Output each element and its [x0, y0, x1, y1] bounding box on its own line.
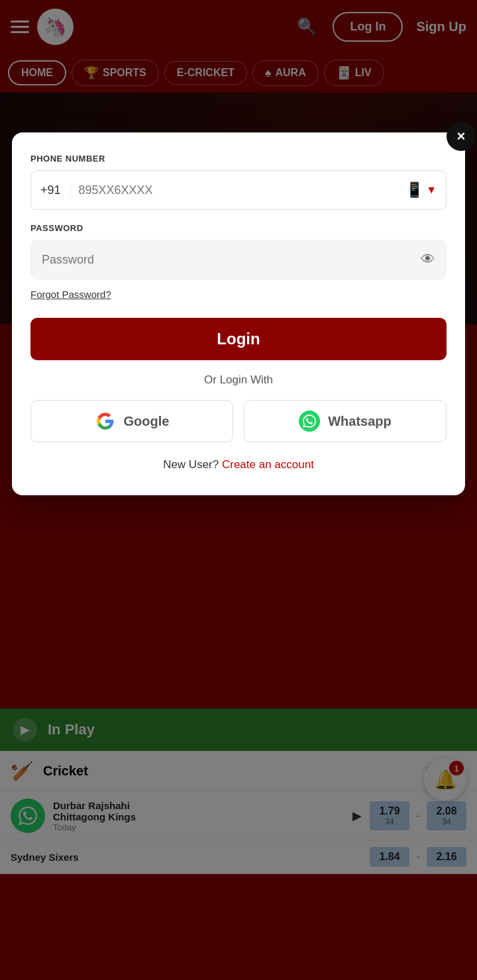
odd-box-4[interactable]: 2.16	[427, 847, 466, 867]
phone-icon-area[interactable]: 📱 ▼	[396, 181, 446, 199]
match-row: Durbar Rajshahi Chittagong Kings Today ▶…	[0, 792, 477, 840]
tab-home[interactable]: HOME	[8, 60, 66, 85]
odd-value-3: 1.84	[378, 851, 401, 863]
header: 🦄 🔍 Log In Sign Up	[0, 0, 477, 53]
match-info-2: Sydney Sixers	[11, 852, 362, 863]
new-user-text: New User?	[163, 458, 219, 471]
dash-2: -	[416, 850, 420, 864]
odd-box-1[interactable]: 1.79 34	[370, 801, 409, 830]
sports-section: ▶ In Play 🏏 Cricket 1 X Durbar Rajshahi …	[0, 709, 477, 874]
tab-aura-label: AURA	[275, 67, 305, 79]
password-input-wrapper: 👁	[30, 240, 447, 279]
match-odds-2: 1.84 - 2.16	[370, 847, 466, 867]
match-row-2: Sydney Sixers 1.84 - 2.16	[0, 840, 477, 874]
notification-badge[interactable]: 🔔 1	[424, 758, 466, 801]
odd-value-2: 2.08	[435, 805, 458, 817]
search-icon[interactable]: 🔍	[297, 17, 317, 36]
aura-icon: ♠	[265, 66, 272, 80]
match-teams-1: Durbar Rajshahi Chittagong Kings	[53, 800, 344, 822]
signup-button[interactable]: Sign Up	[416, 19, 466, 34]
logo-icon: 🦄	[44, 16, 67, 38]
sports-icon: 🏆	[84, 66, 99, 80]
chevron-down-icon: ▼	[426, 184, 437, 196]
google-login-button[interactable]: Google	[30, 400, 233, 442]
odd-box-3[interactable]: 1.84	[370, 847, 409, 867]
phone-label: PHONE NUMBER	[30, 154, 447, 164]
whatsapp-login-button[interactable]: Whatsapp	[244, 400, 447, 442]
match-info-1: Durbar Rajshahi Chittagong Kings Today	[53, 800, 344, 832]
odd-sub-1: 34	[378, 817, 401, 826]
cricket-row: 🏏 Cricket 1 X	[0, 751, 477, 792]
google-icon	[95, 411, 116, 432]
password-label: PASSWORD	[30, 223, 447, 233]
tab-ecricket-label: E-CRICKET	[177, 67, 235, 79]
whatsapp-svg	[303, 415, 316, 428]
in-play-bar: ▶ In Play	[0, 709, 477, 751]
match-teams-2: Sydney Sixers	[11, 852, 362, 863]
tab-sports[interactable]: 🏆 SPORTS	[72, 60, 159, 86]
live-icon: 🃏	[337, 66, 351, 80]
login-submit-button[interactable]: Login	[30, 318, 447, 360]
phone-input[interactable]	[71, 183, 397, 197]
tab-live[interactable]: 🃏 LIV	[324, 60, 384, 86]
odd-value-1: 1.79	[378, 805, 401, 817]
phone-prefix: +91	[31, 183, 71, 197]
phone-input-wrapper: +91 📱 ▼	[30, 170, 447, 210]
notification-count: 1	[449, 761, 464, 775]
nav-tabs: HOME 🏆 SPORTS E-CRICKET ♠ AURA 🃏 LIV	[0, 53, 477, 93]
whatsapp-small-svg	[19, 807, 37, 825]
odd-box-2[interactable]: 2.08 34	[427, 801, 466, 830]
odd-value-4: 2.16	[435, 851, 458, 863]
forgot-password-link[interactable]: Forgot Password?	[30, 289, 111, 300]
video-icon: ▶	[352, 808, 362, 823]
team-logo-1	[11, 799, 45, 833]
match-time-1: Today	[53, 822, 344, 832]
login-button[interactable]: Log In	[333, 12, 403, 42]
play-icon: ▶	[13, 718, 37, 742]
phone-icon: 📱	[405, 181, 423, 199]
match-odds-1: 1.79 34 - 2.08 34	[370, 801, 466, 830]
odd-sub-2: 34	[435, 817, 458, 826]
hamburger-menu[interactable]	[11, 21, 29, 33]
whatsapp-label: Whatsapp	[328, 414, 392, 429]
create-account-link[interactable]: Create an account	[222, 458, 314, 471]
tab-live-label: LIV	[355, 67, 372, 79]
tab-home-label: HOME	[21, 67, 53, 79]
match-rows: Durbar Rajshahi Chittagong Kings Today ▶…	[0, 792, 477, 874]
google-svg	[96, 412, 115, 430]
modal-close-button[interactable]: ×	[447, 122, 476, 151]
or-login-text: Or Login With	[30, 373, 447, 387]
tab-sports-label: SPORTS	[103, 67, 146, 79]
dash-1: -	[416, 809, 420, 823]
cricket-label: Cricket	[43, 763, 417, 779]
tab-aura[interactable]: ♠ AURA	[252, 60, 319, 86]
whatsapp-icon	[299, 411, 320, 432]
google-label: Google	[124, 414, 170, 429]
social-login-buttons: Google Whatsapp	[30, 400, 447, 442]
cricket-icon: 🏏	[11, 760, 34, 782]
password-input[interactable]	[31, 253, 410, 267]
in-play-label: In Play	[48, 721, 95, 738]
eye-icon[interactable]: 👁	[410, 251, 446, 268]
new-user-section: New User? Create an account	[30, 458, 447, 471]
logo: 🦄	[37, 9, 74, 45]
login-modal: × PHONE NUMBER +91 📱 ▼ PASSWORD 👁 Forgot…	[12, 132, 465, 495]
tab-ecricket[interactable]: E-CRICKET	[164, 61, 247, 85]
